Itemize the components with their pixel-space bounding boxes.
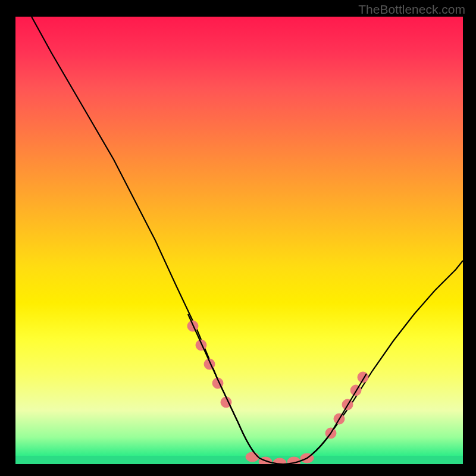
svg-point-14: [358, 372, 368, 383]
green-band: [15, 456, 463, 464]
svg-point-5: [246, 452, 259, 462]
chart-container: TheBottleneck.com: [0, 0, 476, 476]
watermark-text: TheBottleneck.com: [358, 2, 465, 17]
bottleneck-curve-path-overlay: [188, 314, 367, 464]
svg-point-1: [196, 340, 206, 350]
bottleneck-curve-path: [32, 17, 463, 464]
plot-area: [15, 17, 463, 464]
curve-svg: [15, 17, 463, 464]
